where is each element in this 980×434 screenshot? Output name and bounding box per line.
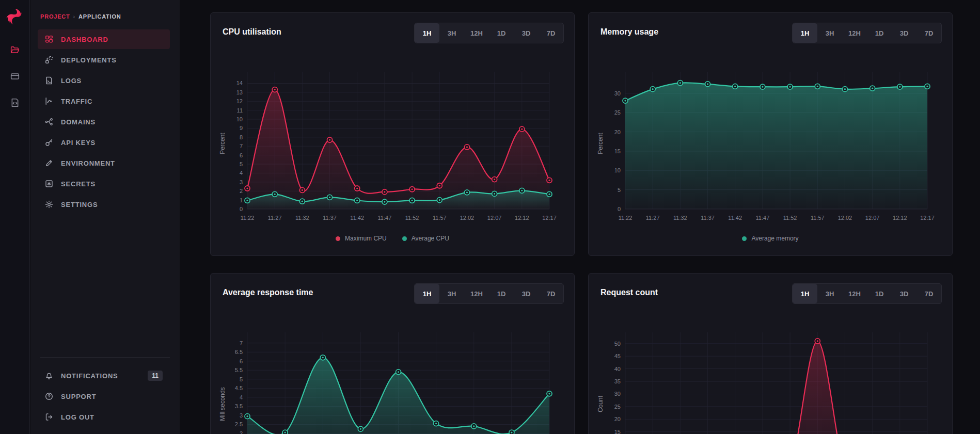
svg-text:11:42: 11:42	[728, 215, 742, 221]
svg-text:6.5: 6.5	[235, 349, 243, 355]
svg-text:Percent: Percent	[219, 133, 226, 154]
svg-text:12:02: 12:02	[838, 215, 852, 221]
nestjs-logo[interactable]	[5, 7, 25, 27]
svg-text:Count: Count	[597, 395, 604, 412]
sidebar-item-logout[interactable]: LOG OUT	[38, 407, 170, 427]
request-count-chart: 05101520253035404550Count	[589, 274, 953, 434]
svg-text:13: 13	[236, 89, 243, 95]
svg-text:11:27: 11:27	[268, 215, 282, 221]
svg-text:5.5: 5.5	[235, 367, 243, 373]
svg-text:6: 6	[240, 152, 243, 158]
sidebar-item-label: SUPPORT	[61, 393, 96, 400]
card-memory-usage: Memory usage 1H3H12H1D3D7D 0510152025301…	[588, 12, 953, 256]
sidebar-item-deployments[interactable]: DEPLOYMENTS	[38, 50, 170, 70]
svg-text:12: 12	[236, 98, 243, 104]
legend-label: Maximum CPU	[345, 235, 387, 242]
notifications-badge: 11	[148, 371, 163, 381]
svg-text:3.5: 3.5	[235, 403, 243, 409]
billing-card-icon[interactable]	[8, 70, 22, 83]
cpu-utilisation-chart: 0123456789101112131411:2211:2711:3211:37…	[211, 13, 575, 256]
main-content: CPU utilisation 1H3H12H1D3D7D 0123456789…	[180, 0, 980, 434]
svg-text:6: 6	[240, 358, 243, 364]
legend-label: Average memory	[751, 235, 798, 242]
svg-text:2.5: 2.5	[235, 421, 243, 427]
svg-text:11: 11	[237, 107, 243, 114]
svg-text:25: 25	[614, 404, 621, 410]
svg-text:20: 20	[614, 416, 621, 422]
svg-text:15: 15	[614, 429, 621, 434]
svg-text:30: 30	[614, 391, 621, 397]
sidebar-item-logs[interactable]: LOGS	[38, 71, 170, 90]
code-file-icon[interactable]	[8, 96, 22, 109]
sidebar-item-label: SECRETS	[61, 180, 96, 188]
svg-text:4.5: 4.5	[235, 385, 243, 391]
svg-text:10: 10	[236, 116, 243, 122]
svg-text:12:12: 12:12	[893, 215, 907, 221]
chart-legend: Average memory	[589, 235, 952, 242]
svg-text:7: 7	[240, 340, 243, 346]
sidebar-item-label: ENVIRONMENT	[61, 159, 115, 167]
nestjs-logo-icon	[6, 8, 24, 26]
svg-text:2: 2	[240, 188, 243, 194]
sidebar-item-traffic[interactable]: TRAFFIC	[38, 91, 170, 111]
sidebar-item-support[interactable]: SUPPORT	[38, 387, 170, 406]
svg-text:11:42: 11:42	[350, 215, 364, 221]
average-response-time-chart: 00.511.522.533.544.555.566.57Millisecond…	[211, 274, 575, 434]
svg-text:0: 0	[240, 206, 243, 212]
svg-text:7: 7	[240, 143, 243, 149]
svg-text:15: 15	[614, 148, 621, 154]
pen-icon	[45, 159, 53, 167]
card-cpu-utilisation: CPU utilisation 1H3H12H1D3D7D 0123456789…	[210, 12, 575, 256]
secrets-icon	[45, 180, 53, 188]
svg-text:0: 0	[618, 206, 621, 212]
icon-rail	[0, 0, 30, 434]
breadcrumb: PROJECT › APPLICATION	[30, 0, 180, 20]
svg-text:12:17: 12:17	[542, 215, 557, 221]
legend-item: Maximum CPU	[336, 235, 387, 242]
svg-text:35: 35	[614, 378, 621, 384]
legend-dot-icon	[336, 236, 340, 241]
svg-text:5: 5	[618, 187, 621, 193]
svg-text:14: 14	[236, 80, 243, 86]
logout-icon	[45, 413, 53, 421]
breadcrumb-application[interactable]: APPLICATION	[78, 13, 121, 20]
legend-label: Average CPU	[412, 235, 449, 242]
svg-text:11:47: 11:47	[378, 215, 392, 221]
breadcrumb-separator: ›	[73, 13, 75, 20]
svg-text:50: 50	[614, 341, 621, 347]
sidebar-item-secrets[interactable]: SECRETS	[38, 174, 170, 194]
sidebar-item-domains[interactable]: DOMAINS	[38, 112, 170, 132]
traffic-icon	[45, 97, 53, 105]
svg-text:11:52: 11:52	[405, 215, 419, 221]
sidebar-item-label: NOTIFICATIONS	[61, 372, 118, 380]
svg-text:9: 9	[240, 125, 243, 131]
svg-text:12:07: 12:07	[487, 215, 502, 221]
svg-text:8: 8	[240, 134, 243, 140]
sidebar-item-environment[interactable]: ENVIRONMENT	[38, 153, 170, 173]
projects-folder-icon[interactable]	[8, 43, 22, 57]
sidebar-item-label: LOGS	[61, 77, 82, 85]
sidebar-item-settings[interactable]: SETTINGS	[38, 195, 170, 214]
card-average-response-time: Average response time 1H3H12H1D3D7D 00.5…	[210, 273, 575, 434]
svg-text:5: 5	[240, 376, 243, 382]
svg-text:40: 40	[614, 366, 621, 372]
sidebar-item-label: LOG OUT	[61, 413, 94, 421]
sidebar-item-api-keys[interactable]: API KEYS	[38, 133, 170, 152]
sidebar-item-label: DEPLOYMENTS	[61, 56, 117, 64]
svg-text:11:22: 11:22	[241, 215, 255, 221]
sidebar-item-label: API KEYS	[61, 139, 96, 147]
sidebar-item-notifications[interactable]: NOTIFICATIONS 11	[38, 366, 170, 385]
svg-text:11:57: 11:57	[433, 215, 447, 221]
breadcrumb-project[interactable]: PROJECT	[40, 13, 70, 20]
svg-text:12:07: 12:07	[865, 215, 880, 221]
svg-text:10: 10	[614, 167, 621, 173]
svg-text:11:57: 11:57	[811, 215, 825, 221]
bell-icon	[45, 372, 53, 380]
sidebar-item-label: DOMAINS	[61, 118, 96, 126]
svg-text:3: 3	[240, 412, 243, 419]
gear-icon	[45, 200, 53, 208]
svg-text:11:37: 11:37	[323, 215, 337, 221]
svg-text:4: 4	[240, 170, 243, 176]
svg-text:5: 5	[240, 161, 243, 167]
sidebar-item-dashboard[interactable]: DASHBOARD	[38, 29, 170, 49]
